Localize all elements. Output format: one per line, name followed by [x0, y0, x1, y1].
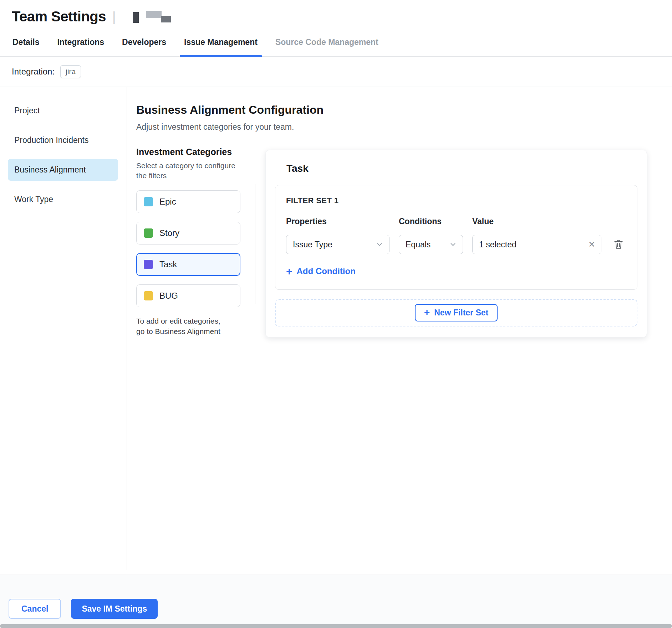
categories-hint: Select a category to configure the filte… — [136, 161, 240, 181]
active-tab-underline — [180, 55, 262, 57]
footer-action-bar: Cancel Save IM Settings — [0, 575, 672, 624]
tab-source-code-management[interactable]: Source Code Management — [275, 32, 379, 56]
sidebar-item-work-type[interactable]: Work Type — [8, 189, 118, 210]
filter-set-1: FILTER SET 1 Properties Conditions Value… — [275, 185, 637, 290]
new-filter-set-button[interactable]: + New Filter Set — [415, 304, 498, 321]
trash-icon[interactable] — [613, 239, 624, 250]
title-separator: | — [112, 9, 116, 24]
settings-layout: Project Production Incidents Business Al… — [0, 87, 672, 570]
property-select[interactable]: Issue Type — [286, 235, 390, 254]
categories-title: Investment Categories — [136, 147, 240, 157]
category-color-swatch — [144, 260, 153, 269]
category-label: Task — [159, 259, 177, 269]
category-bug[interactable]: BUG — [136, 284, 240, 307]
column-header-properties: Properties — [286, 217, 390, 226]
sidebar-item-business-alignment[interactable]: Business Alignment — [8, 159, 118, 181]
category-label: Epic — [159, 197, 176, 207]
panel-title: Task — [286, 163, 637, 174]
sidebar-item-production-incidents[interactable]: Production Incidents — [8, 129, 118, 151]
cancel-button[interactable]: Cancel — [9, 599, 61, 619]
integration-label: Integration: — [12, 67, 55, 77]
category-epic[interactable]: Epic — [136, 190, 240, 213]
condition-select-value: Equals — [406, 240, 431, 249]
horizontal-scrollbar[interactable] — [0, 624, 672, 628]
plus-icon: + — [286, 267, 292, 276]
category-story[interactable]: Story — [136, 222, 240, 244]
configuration-content: Investment Categories Select a category … — [136, 147, 647, 338]
tab-developers[interactable]: Developers — [121, 32, 167, 56]
filter-configuration-panel: Task FILTER SET 1 Properties Conditions … — [265, 147, 647, 338]
filter-set-heading: FILTER SET 1 — [286, 196, 626, 205]
task-filter-card: Task FILTER SET 1 Properties Conditions … — [265, 150, 647, 338]
settings-sidebar: Project Production Incidents Business Al… — [0, 87, 127, 570]
new-filter-set-label: New Filter Set — [434, 308, 488, 318]
property-select-value: Issue Type — [293, 240, 332, 249]
main-content: Business Alignment Configuration Adjust … — [127, 87, 672, 570]
delete-condition-cell — [611, 239, 626, 250]
tab-issue-management-label: Issue Management — [184, 37, 258, 47]
redacted-team-name-block — [146, 11, 162, 18]
column-header-value: Value — [472, 217, 601, 226]
category-label: Story — [159, 228, 179, 238]
category-color-swatch — [144, 197, 153, 206]
tab-issue-management[interactable]: Issue Management — [183, 32, 258, 56]
add-condition-label: Add Condition — [297, 266, 356, 276]
integration-row: Integration: jira — [0, 57, 672, 87]
category-color-swatch — [144, 228, 153, 238]
page-title: Team Settings — [12, 9, 106, 25]
category-task[interactable]: Task — [136, 253, 240, 276]
column-header-conditions: Conditions — [399, 217, 463, 226]
tab-integrations[interactable]: Integrations — [56, 32, 105, 56]
redacted-team-name-block — [133, 12, 139, 23]
category-label: BUG — [159, 291, 178, 301]
clear-icon[interactable]: ✕ — [588, 240, 595, 249]
section-subtitle: Adjust investment categories for your te… — [136, 122, 647, 132]
chevron-down-icon — [449, 241, 457, 248]
save-im-settings-button[interactable]: Save IM Settings — [71, 599, 158, 619]
condition-select[interactable]: Equals — [399, 235, 463, 254]
tab-details[interactable]: Details — [12, 32, 40, 56]
section-title: Business Alignment Configuration — [136, 103, 647, 117]
category-list: Epic Story Task BUG — [136, 190, 240, 307]
value-select-value: 1 selected — [479, 240, 516, 249]
category-color-swatch — [144, 291, 153, 300]
tab-bar: Details Integrations Developers Issue Ma… — [0, 32, 672, 57]
header: Team Settings | — [0, 0, 672, 26]
new-filter-set-zone: + New Filter Set — [275, 299, 637, 326]
investment-categories-panel: Investment Categories Select a category … — [136, 147, 255, 336]
filter-condition-grid: Properties Conditions Value Issue Type E… — [286, 217, 626, 254]
value-multiselect[interactable]: 1 selected ✕ — [472, 235, 601, 254]
redacted-team-name-block — [161, 16, 171, 22]
chevron-down-icon — [376, 241, 383, 248]
add-condition-button[interactable]: + Add Condition — [286, 266, 356, 276]
team-settings-page: Team Settings | Details Integrations Dev… — [0, 0, 672, 570]
plus-icon: + — [424, 308, 430, 317]
integration-chip-jira: jira — [60, 65, 81, 78]
sidebar-item-project[interactable]: Project — [8, 100, 118, 122]
categories-footnote: To add or edit categories, go to Busines… — [136, 316, 226, 337]
